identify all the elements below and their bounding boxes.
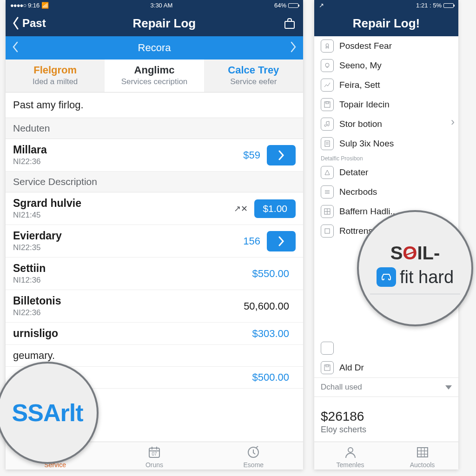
lines-icon <box>321 185 334 198</box>
triangle-icon <box>321 166 334 179</box>
menu-item[interactable]: Detater <box>314 163 458 182</box>
battery-icon <box>443 3 454 8</box>
table-icon <box>415 445 430 460</box>
summary-label: Eloy scherts <box>321 425 452 435</box>
list-row[interactable]: Billetonis NI22:36 50,600.00 <box>6 290 303 323</box>
list-row[interactable]: Evierdary NI22:35 156 <box>6 225 303 258</box>
svg-rect-6 <box>324 102 330 107</box>
menu-item[interactable]: Seeno, My <box>314 56 458 75</box>
link-arrow-icon: ↗✕ <box>234 204 248 214</box>
back-button[interactable]: Past <box>12 17 46 30</box>
row-detail-button[interactable] <box>267 231 296 251</box>
svg-rect-14 <box>417 448 428 457</box>
row-price-button[interactable]: $1.00 <box>254 199 296 218</box>
list-row[interactable]: Sgrard hulvie NI21:45 ↗✕ $1.00 <box>6 192 303 225</box>
row-detail-button[interactable] <box>267 145 296 165</box>
square-icon <box>321 342 334 355</box>
doc-icon <box>321 137 334 150</box>
tab-esome[interactable]: Esome <box>204 445 303 469</box>
tab-1[interactable]: Anglimc Services cecription <box>105 60 204 92</box>
svg-point-5 <box>325 63 329 67</box>
chevron-right-icon[interactable]: › <box>451 115 455 128</box>
svg-rect-12 <box>326 365 329 367</box>
chart-icon <box>321 79 334 92</box>
subbar-prev[interactable] <box>12 41 19 54</box>
section-header-0: Neduten <box>6 118 303 139</box>
badge-icon <box>321 40 334 53</box>
nav-bar: Past Repair Log <box>6 10 303 36</box>
menu-item[interactable]: Posdest Fear <box>314 36 458 56</box>
battery-icon <box>288 3 298 8</box>
row-price: $500.00 <box>252 371 289 383</box>
magnifier-left-text: SSArlt <box>12 399 83 427</box>
menu-list: Posdest Fear Seeno, My Feira, Sett Topai… <box>314 36 458 377</box>
menu-item[interactable]: Necrbods <box>314 182 458 202</box>
briefcase-icon[interactable] <box>283 16 297 30</box>
strike-o: O <box>403 243 417 263</box>
menu-item[interactable]: Topair Idecin <box>314 95 458 114</box>
svg-rect-0 <box>285 21 294 28</box>
bulb-icon <box>321 59 334 72</box>
tab-oruns[interactable]: 07 Oruns <box>105 445 204 469</box>
bottom-tab-bar: Temenles Auctools <box>314 442 458 469</box>
status-time-center: 3:30 AM <box>49 2 274 9</box>
back-label: Past <box>22 17 46 30</box>
wifi-icon: 📶 <box>41 2 49 9</box>
status-time-right: 1:21 : 5% <box>416 2 442 9</box>
status-bar: ●●●●○ 9:16 📶 3:30 AM 64% <box>6 0 303 10</box>
section-header-1: Service Description <box>6 172 303 192</box>
list-row[interactable]: urnisligo $303.00 <box>6 323 303 345</box>
sub-bar: Recora <box>6 36 303 60</box>
status-bar: ↗ 1:21 : 5% <box>314 0 458 10</box>
nav-title: Repair Log <box>46 16 283 31</box>
save-icon <box>321 361 334 374</box>
magnifier-left: SSArlt <box>0 362 99 464</box>
tab-0[interactable]: Flelgrom Ided a milted <box>6 60 105 92</box>
svg-rect-8 <box>325 141 330 146</box>
list-row[interactable]: Settiin NI12:36 $550.00 <box>6 258 303 290</box>
square-icon <box>321 225 334 238</box>
summary: $26186 Eloy scherts <box>314 397 458 438</box>
row-price: $550.00 <box>252 268 289 280</box>
save-icon <box>321 98 334 111</box>
grid-icon <box>321 205 334 218</box>
subbar-next[interactable] <box>290 41 297 54</box>
row-price: 156 <box>243 235 260 247</box>
nav-title: Repair Log! <box>353 16 420 31</box>
caret-down-icon <box>445 385 452 390</box>
battery-pct: 64% <box>274 2 286 9</box>
music-icon <box>321 118 334 131</box>
section-label: Detalfic Prosibon <box>314 153 458 163</box>
clock-check-icon <box>246 445 261 460</box>
nav-bar: Repair Log! <box>314 10 458 36</box>
status-time-left: 9:16 <box>28 2 40 9</box>
menu-item[interactable]: Feira, Sett <box>314 75 458 95</box>
list-row[interactable]: Millara NI22:36 $59 <box>6 139 303 172</box>
menu-item[interactable]: Stor botion <box>314 114 458 134</box>
menu-item[interactable] <box>314 338 458 358</box>
tab-temenles[interactable]: Temenles <box>314 445 386 469</box>
row-price: $303.00 <box>252 328 289 340</box>
list-title: Past amy firlog. <box>6 93 303 118</box>
dropdown-used[interactable]: Dchall used <box>314 377 458 397</box>
svg-rect-10 <box>325 229 330 233</box>
magnifier-right-text: fit hard <box>400 267 454 287</box>
subbar-label: Recora <box>19 42 290 54</box>
menu-item[interactable]: Sulp 3ix Noes <box>314 134 458 153</box>
car-icon <box>377 267 396 287</box>
tab-2[interactable]: Calce Trey Service eefer <box>204 60 303 92</box>
person-icon <box>343 445 358 460</box>
signal-dots: ●●●●○ <box>10 2 26 9</box>
menu-item[interactable]: Ald Dr <box>314 358 458 377</box>
svg-point-13 <box>348 448 353 452</box>
summary-amount: $26186 <box>321 409 452 424</box>
row-price: 50,600.00 <box>244 300 289 312</box>
magnifier-right: SOIL- fit hard <box>357 210 473 326</box>
arrow-icon: ↗ <box>319 2 324 9</box>
tab-auctools[interactable]: Auctools <box>386 445 458 469</box>
svg-text:07: 07 <box>152 451 157 456</box>
chevron-left-icon <box>12 17 20 30</box>
row-price: $59 <box>243 149 260 161</box>
svg-rect-7 <box>326 102 329 104</box>
calendar-icon: 07 <box>147 445 162 460</box>
